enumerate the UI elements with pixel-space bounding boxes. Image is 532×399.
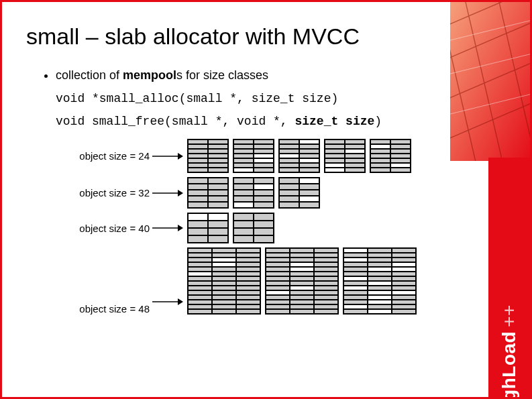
slab-cell: [343, 309, 368, 314]
slab-cell: [390, 158, 411, 163]
slab-cell: [370, 163, 390, 168]
slab-cell: [279, 144, 299, 149]
slab-cell: [368, 248, 392, 253]
slab-cell: [290, 267, 314, 272]
slab-cell: [279, 202, 299, 208]
slab-cell: [188, 253, 212, 258]
slab-cell: [188, 221, 208, 228]
slab-cell: [212, 262, 236, 267]
slab-cell: [188, 262, 212, 267]
slab-cell: [233, 235, 254, 243]
slab-cell: [188, 267, 212, 272]
slab-cell: [279, 168, 299, 172]
slab-cell: [345, 139, 365, 144]
slab-cell: [254, 154, 274, 158]
slab-cell: [208, 235, 228, 243]
slab-cell: [188, 304, 212, 309]
slab-cell: [236, 267, 260, 272]
slab-cell: [314, 272, 338, 276]
slab-cell: [368, 286, 392, 290]
slab: [233, 177, 274, 209]
slab-cell: [236, 248, 260, 253]
slab-cell: [279, 190, 299, 196]
slab-cell: [236, 309, 260, 314]
slab-cell: [370, 139, 390, 144]
slab-cell: [368, 300, 392, 304]
code2-pre: void small_free(small *, void *,: [56, 115, 295, 128]
slab-cell: [325, 158, 345, 163]
slab-cell: [266, 281, 290, 286]
slab: [187, 139, 229, 173]
slab-cell: [343, 267, 368, 272]
code-line-2: void small_free(small *, void *, size_t …: [56, 115, 439, 128]
slab-cell: [299, 144, 319, 149]
slab-cell: [188, 286, 212, 290]
slab-cell: [345, 158, 365, 163]
slab-cell: [212, 276, 236, 281]
slab-cell: [188, 139, 208, 144]
slab-cell: [279, 163, 299, 168]
slab-cell: [314, 309, 338, 314]
slab-cell: [392, 272, 416, 276]
slab-cell: [368, 295, 392, 300]
slab-cell: [266, 295, 290, 300]
slab-cell: [208, 154, 228, 158]
slab-cell: [188, 295, 212, 300]
slab-cell: [208, 178, 228, 184]
slab-cell: [188, 149, 208, 154]
slab-cell: [314, 295, 338, 300]
slab-cell: [233, 144, 254, 149]
slab-cell: [325, 149, 345, 154]
slab-cell: [368, 290, 392, 295]
slab: [187, 213, 229, 243]
slab-cell: [392, 276, 416, 281]
slab-cell: [343, 281, 368, 286]
slab-cell: [236, 262, 260, 267]
slab-cell: [279, 149, 299, 154]
slab-cell: [212, 258, 236, 262]
slab-cell: [390, 163, 411, 168]
slab-cell: [299, 196, 319, 202]
slab-cell: [212, 248, 236, 253]
slab: [187, 177, 229, 209]
slab-cell: [290, 300, 314, 304]
slab-cell: [212, 286, 236, 290]
slab-cell: [188, 276, 212, 281]
slab-group: [187, 247, 417, 315]
sidebar-brand-strip: HighLoad++: [488, 158, 530, 397]
slab: [324, 139, 366, 173]
slab-cell: [299, 139, 319, 144]
slab-cell: [299, 154, 319, 158]
slab-cell: [392, 267, 416, 272]
row-label: object size = 48: [56, 303, 150, 315]
slab-cell: [188, 272, 212, 276]
slab-cell: [390, 139, 411, 144]
slab-cell: [345, 154, 365, 158]
slab-cell: [392, 262, 416, 267]
slab-cell: [370, 144, 390, 149]
slab-cell: [370, 158, 390, 163]
slab-cell: [233, 221, 254, 228]
slab-cell: [343, 276, 368, 281]
slab-cell: [188, 154, 208, 158]
slab-cell: [392, 295, 416, 300]
slab-cell: [212, 300, 236, 304]
slab-cell: [236, 276, 260, 281]
slab: [278, 177, 320, 209]
slab-cell: [279, 139, 299, 144]
slab-cell: [279, 196, 299, 202]
row-label: object size = 40: [56, 223, 150, 234]
slab-cell: [212, 309, 236, 314]
slab-cell: [368, 276, 392, 281]
slab-cell: [266, 286, 290, 290]
slab-cell: [233, 190, 254, 196]
brand-name: HighLoad: [498, 331, 520, 399]
slab-cell: [188, 258, 212, 262]
bullet-list: collection of mempools for size classes: [56, 68, 439, 82]
slab-cell: [208, 158, 228, 163]
slab-cell: [266, 267, 290, 272]
slab-cell: [390, 144, 411, 149]
sidebar-artwork: [450, 0, 532, 161]
slab-cell: [208, 149, 228, 154]
slab-cell: [208, 213, 228, 221]
